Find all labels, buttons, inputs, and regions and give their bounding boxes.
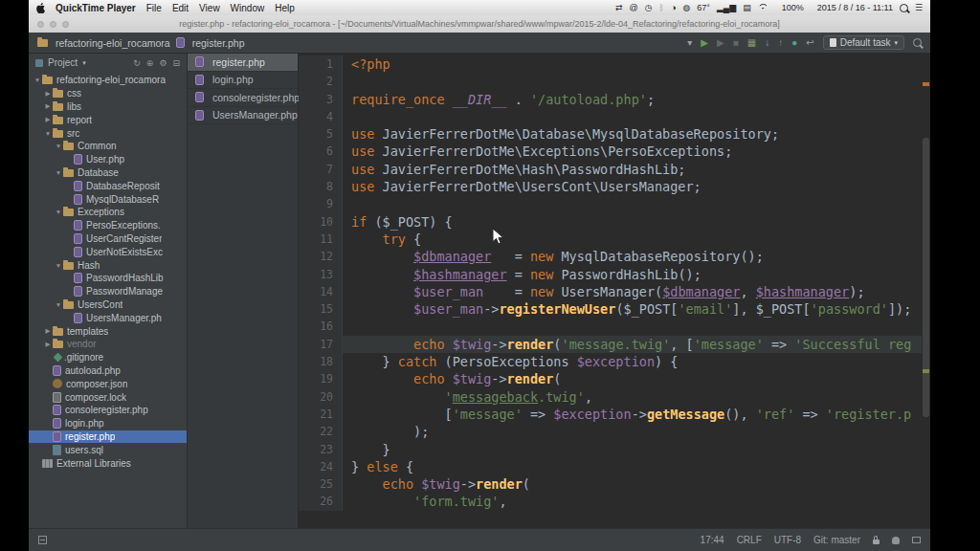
error-stripe-mark[interactable] [923,82,929,86]
moon-icon[interactable]: ◑ [671,3,676,12]
update-project-button[interactable]: ↓ [765,38,769,48]
tree-item-register-php[interactable]: register.php [29,430,187,444]
tree-item-persoexceptions[interactable]: PersoExceptions. [29,219,187,232]
chevron-right-icon[interactable]: ▶ [43,341,53,348]
tree-item-refactoring-eloi-rocamora[interactable]: ▼refactoring-eloi_rocamora [29,74,187,87]
settings-button[interactable]: ⚙ [159,58,167,68]
chevron-down-icon[interactable]: ▼ [54,143,63,149]
line-number[interactable]: 19 [299,370,343,387]
menu-window[interactable]: Window [231,3,265,13]
chevron-right-icon[interactable]: ▶ [43,327,53,335]
at-icon[interactable]: @ [630,3,638,12]
code-line[interactable]: 17 echo $twig->render('message.twig', ['… [299,336,922,353]
editor-scrollbar-thumb[interactable] [923,138,929,417]
tree-item-src[interactable]: ▼src [29,126,187,140]
code-line[interactable]: 18 } catch (PersoExceptions $exception) … [299,353,922,370]
tree-item-databasereposit[interactable]: DatabaseReposit [29,179,187,192]
tree-item-usersmanager-ph[interactable]: UsersManager.ph [29,311,187,324]
code-line[interactable]: 22 ); [299,423,922,440]
frontmost-app-name[interactable]: QuickTime Player [56,3,136,13]
tree-item-mysqldatabaser[interactable]: MysqlDatabaseR [29,192,187,206]
tree-item-consoleregister-php[interactable]: consoleregister.php [29,404,187,417]
chevron-right-icon[interactable]: ▶ [43,90,53,98]
readonly-lock-icon[interactable] [873,540,880,544]
line-number[interactable]: 2 [299,73,343,90]
swap-icon[interactable]: ⇄ [615,3,623,12]
line-number[interactable]: 11 [299,231,343,248]
code-line[interactable]: 11 try { [299,231,922,248]
debug-button[interactable]: ▶ [717,38,724,48]
project-panel-title[interactable]: Project [48,57,78,68]
refresh-button[interactable]: ↻ [133,58,141,68]
code-line[interactable]: 3require_once __DIR__ . '/autoload.php'; [299,91,922,108]
line-number[interactable]: 4 [299,108,343,125]
tree-item-composer-json[interactable]: composer.json [29,377,187,390]
keyboard-icon[interactable]: ▤ [743,3,751,12]
code-line[interactable]: 24} else { [299,458,922,475]
zoom-window-button[interactable] [62,21,69,28]
line-number[interactable]: 1 [299,55,343,73]
tree-item-usercantregister[interactable]: UserCantRegister [29,232,187,246]
menu-view[interactable]: View [199,3,220,13]
run-config-dropdown[interactable]: ▾ [687,38,692,48]
tree-item-passwordhashlib[interactable]: PasswordHashLib [29,272,187,285]
line-number[interactable]: 5 [299,125,343,143]
tab-consoleregister-php[interactable]: consoleregister.php [188,89,298,107]
tree-item-database[interactable]: ▼Database [29,166,187,180]
line-number[interactable]: 12 [299,248,343,265]
line-number[interactable]: 7 [299,161,343,178]
commit-button[interactable]: ↑ [778,38,783,48]
breadcrumb-item-register-php[interactable]: register.php [176,37,245,49]
project-view-dropdown-icon[interactable]: ▾ [82,59,86,67]
code-line[interactable]: 13 $hashmanager = new PasswordHashLib(); [299,266,922,283]
changes-button[interactable]: ● [791,38,797,48]
timemachine-icon[interactable]: ◍ [682,3,690,12]
coverage-button[interactable]: ▦ [747,38,756,48]
line-separator[interactable]: CRLF [737,535,762,545]
code-line[interactable]: 21 ['message' => $exception->getMessage(… [299,406,922,423]
line-number[interactable]: 25 [299,475,343,493]
tree-item-user-php[interactable]: User.php [29,153,187,166]
chevron-down-icon[interactable]: ▼ [54,209,63,215]
chevron-down-icon[interactable]: ▼ [54,262,63,269]
vcs-branch[interactable]: Git: master [813,535,860,545]
tree-item-report[interactable]: ▶report [29,113,187,126]
code-line[interactable]: 6use JavierFerrerDotMe\Exceptions\PersoE… [299,143,922,160]
tree-item-external-libraries[interactable]: External Libraries [29,456,187,470]
datetime[interactable]: 2015 / 8 / 16 - 11:11 [817,3,893,12]
code-line[interactable]: 14 $user_man = new UsersManager($dbmanag… [299,283,922,300]
caret-position[interactable]: 17:44 [701,535,724,545]
battery-percent[interactable]: 100% [782,3,804,12]
line-number[interactable]: 23 [299,441,343,458]
chevron-down-icon[interactable]: ▼ [43,130,53,137]
file-encoding[interactable]: UTF-8 [774,535,801,545]
line-number[interactable]: 14 [299,283,343,300]
hector-inspections-icon[interactable] [892,537,900,544]
undo-button[interactable]: ↩ [806,38,813,48]
tree-item-autoload-php[interactable]: autoload.php [29,364,187,378]
tree-item-templates[interactable]: ▶templates [29,324,187,338]
tree-item-composer-lock[interactable]: composer.lock [29,390,187,404]
stop-button[interactable]: ■ [733,38,739,48]
line-number[interactable]: 16 [299,318,343,335]
code-line[interactable]: 8use JavierFerrerDotMe\UsersCont\UsersMa… [299,178,922,195]
run-button[interactable]: ▶ [701,38,708,48]
toolwindow-toggle-icon[interactable] [38,536,47,544]
menu-help[interactable]: Help [275,3,295,13]
code-area[interactable]: 1<?php23require_once __DIR__ . '/autoloa… [299,54,922,528]
memory-indicator-icon[interactable] [912,537,921,543]
code-line[interactable]: 19 echo $twig->render( [299,370,922,387]
code-editor[interactable]: 1<?php23require_once __DIR__ . '/autoloa… [299,54,930,528]
collapse-all-button[interactable]: ⊟ [172,58,180,68]
tab-register-php[interactable]: register.php [188,54,298,72]
line-number[interactable]: 20 [299,388,343,406]
code-line[interactable]: 1<?php [299,55,922,73]
line-number[interactable]: 6 [299,143,343,160]
tab-login-php[interactable]: login.php [188,72,298,90]
tree-item-usernotexistsexc[interactable]: UserNotExistsExc [29,245,187,258]
code-line[interactable]: 2 [299,73,922,90]
tree-item-exceptions[interactable]: ▼Exceptions [29,206,187,219]
code-line[interactable]: 26 'form.twig', [299,493,922,510]
code-line[interactable]: 16 [299,318,922,335]
line-number[interactable]: 8 [299,178,343,195]
